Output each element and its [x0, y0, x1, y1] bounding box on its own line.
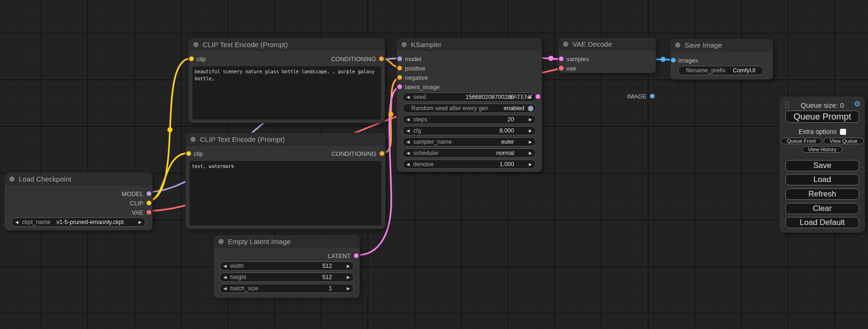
node-empty-latent-image[interactable]: Empty Latent Image LATENT ◀ width 512 ▶ …	[214, 235, 360, 298]
conditioning-output-port[interactable]	[379, 56, 384, 61]
latent-wire-dot[interactable]	[549, 56, 554, 61]
node-clip-text-encode-negative[interactable]: CLIP Text Encode (Prompt) clip CONDITION…	[186, 133, 385, 229]
increment-arrow-icon[interactable]: ▶	[135, 220, 145, 224]
widget-value: 1	[329, 285, 343, 292]
queue-prompt-button[interactable]: Queue Prompt	[785, 111, 859, 123]
model-input-port[interactable]	[397, 56, 402, 61]
decrement-arrow-icon[interactable]: ◀	[403, 128, 413, 133]
increment-arrow-icon[interactable]: ▶	[343, 286, 353, 291]
collapse-dot-icon[interactable]	[9, 176, 14, 182]
collapse-dot-icon[interactable]	[675, 42, 680, 48]
images-input-port[interactable]	[671, 58, 676, 63]
height-widget[interactable]: ◀ height 512 ▶	[219, 273, 354, 282]
denoise-widget[interactable]: ◀ denoise 1.000 ▶	[402, 160, 536, 169]
negative-input-port[interactable]	[397, 75, 402, 80]
image-wire-dot[interactable]	[661, 57, 666, 62]
extra-options-checkbox[interactable]	[840, 129, 846, 135]
decrement-arrow-icon[interactable]: ◀	[220, 264, 230, 268]
queue-front-button[interactable]: Queue Front	[781, 138, 822, 144]
filename-prefix-widget[interactable]: filename_prefix ComfyUI	[678, 66, 763, 75]
collapse-dot-icon[interactable]	[402, 42, 407, 47]
clip-input-port[interactable]	[186, 151, 191, 156]
scheduler-widget[interactable]: ◀ scheduler normal ▶	[402, 148, 536, 158]
view-queue-button[interactable]: View Queue	[824, 138, 864, 144]
positive-input-port[interactable]	[397, 66, 402, 70]
node-vae-decode[interactable]: VAE Decode IMAGE samples vae	[558, 38, 656, 73]
latent-image-input-port[interactable]	[397, 84, 402, 89]
save-button[interactable]: Save	[785, 160, 859, 171]
load-default-button[interactable]: Load Default	[785, 217, 859, 228]
widget-value: 20	[508, 116, 525, 123]
io-row: clip CONDITIONING	[186, 149, 385, 158]
conditioning-wire-dot[interactable]	[388, 112, 394, 117]
node-title-bar[interactable]: CLIP Text Encode (Prompt)	[186, 133, 385, 146]
decrement-arrow-icon[interactable]: ◀	[403, 140, 413, 144]
view-history-button[interactable]: View History	[802, 146, 843, 153]
clear-button[interactable]: Clear	[785, 203, 859, 214]
decrement-arrow-icon[interactable]: ◀	[220, 275, 230, 280]
node-title-bar[interactable]: Save Image	[670, 39, 773, 51]
clip-input-port[interactable]	[189, 56, 194, 61]
node-save-image[interactable]: Save Image images filename_prefix ComfyU…	[670, 39, 773, 79]
vae-output-port[interactable]	[147, 210, 151, 215]
input-label: images	[678, 57, 698, 64]
cfg-widget[interactable]: ◀ cfg 8.000 ▶	[402, 126, 536, 135]
node-title-bar[interactable]: KSampler	[397, 38, 542, 51]
node-title-bar[interactable]: CLIP Text Encode (Prompt)	[189, 38, 385, 51]
settings-gear-icon[interactable]: ⚙	[854, 100, 861, 108]
widget-label: sampler_name	[413, 139, 452, 145]
increment-arrow-icon[interactable]: ▶	[525, 162, 536, 167]
node-title-bar[interactable]: Empty Latent Image	[214, 235, 360, 248]
latent-output-port[interactable]	[536, 94, 540, 99]
clip-wire-dot[interactable]	[168, 127, 173, 133]
sampler-name-widget[interactable]: ◀ sampler_name euler ▶	[402, 137, 536, 147]
output-label: LATENT	[510, 93, 533, 100]
clip-output-port[interactable]	[147, 201, 151, 205]
node-load-checkpoint[interactable]: Load Checkpoint MODEL CLIP VAE ◀ ckpt_na…	[5, 173, 152, 230]
decrement-arrow-icon[interactable]: ◀	[403, 162, 413, 167]
node-title-bar[interactable]: Load Checkpoint	[5, 173, 152, 185]
node-clip-text-encode-positive[interactable]: CLIP Text Encode (Prompt) clip CONDITION…	[189, 38, 385, 123]
node-ksampler[interactable]: KSampler LATENT model positive negative	[397, 38, 542, 172]
image-output-port[interactable]	[650, 94, 655, 98]
prompt-textarea[interactable]: beautiful scenery nature glass bottle la…	[192, 66, 381, 119]
vae-input-port[interactable]	[559, 66, 564, 70]
random-seed-widget[interactable]: Random seed after every gen enabled	[402, 104, 536, 113]
widget-label: denoise	[413, 161, 434, 168]
increment-arrow-icon[interactable]: ▶	[525, 117, 536, 122]
collapse-dot-icon[interactable]	[191, 137, 196, 142]
increment-arrow-icon[interactable]: ▶	[525, 128, 536, 133]
decrement-arrow-icon[interactable]: ◀	[220, 286, 230, 291]
output-label: IMAGE	[627, 93, 647, 100]
prompt-textarea[interactable]: text, watermark	[190, 161, 381, 225]
decrement-arrow-icon[interactable]: ◀	[12, 220, 22, 224]
node-graph-canvas[interactable]: Load Checkpoint MODEL CLIP VAE ◀ ckpt_na…	[0, 0, 868, 329]
model-output-port[interactable]	[147, 191, 151, 196]
batch-size-widget[interactable]: ◀ batch_size 1 ▶	[219, 284, 354, 293]
increment-arrow-icon[interactable]: ▶	[525, 140, 536, 144]
increment-arrow-icon[interactable]: ▶	[525, 151, 536, 155]
increment-arrow-icon[interactable]: ▶	[343, 275, 353, 280]
increment-arrow-icon[interactable]: ▶	[343, 264, 353, 268]
load-button[interactable]: Load	[785, 174, 859, 185]
width-widget[interactable]: ◀ width 512 ▶	[219, 261, 354, 271]
steps-widget[interactable]: ◀ steps 20 ▶	[402, 115, 536, 124]
toggle-knob-icon[interactable]	[528, 105, 534, 112]
output-label: CONDITIONING	[331, 56, 376, 63]
widget-value: 512	[322, 263, 343, 269]
samples-input-port[interactable]	[559, 56, 564, 61]
decrement-arrow-icon[interactable]: ◀	[403, 117, 413, 122]
node-title-bar[interactable]: VAE Decode	[558, 38, 656, 50]
decrement-arrow-icon[interactable]: ◀	[403, 151, 413, 155]
input-label: vae	[566, 65, 576, 72]
collapse-dot-icon[interactable]	[563, 42, 568, 47]
latent-output-port[interactable]	[354, 253, 359, 258]
collapse-dot-icon[interactable]	[219, 239, 224, 244]
queue-menu-panel: Queue size: 0 ⚙ Queue Prompt Extra optio…	[780, 97, 865, 232]
collapse-dot-icon[interactable]	[193, 42, 198, 47]
conditioning-output-port[interactable]	[380, 151, 384, 156]
widget-label: scheduler	[413, 150, 438, 156]
input-row-model: model	[397, 54, 542, 63]
ckpt-name-widget[interactable]: ◀ ckpt_name v1-5-pruned-emaonly.ckpt ▶	[11, 217, 146, 227]
refresh-button[interactable]: Refresh	[785, 189, 859, 200]
